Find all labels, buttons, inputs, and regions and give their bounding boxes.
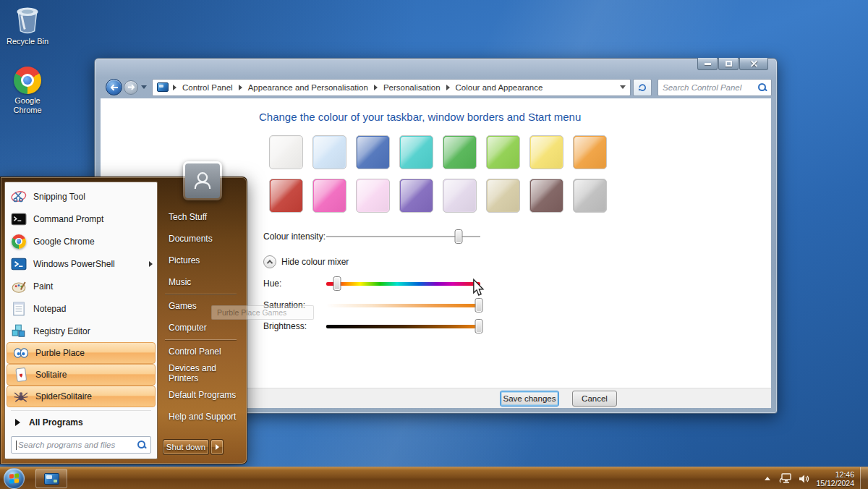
start-menu-item-label: Windows PowerShell <box>33 259 115 269</box>
start-menu-item-label: Command Prompt <box>33 214 103 224</box>
start-menu-item-computer[interactable]: Computer <box>158 317 244 339</box>
desktop-icon-label: Google Chrome <box>0 96 55 115</box>
colour-swatch-gray[interactable] <box>573 179 607 213</box>
hue-slider-thumb[interactable] <box>333 276 341 291</box>
start-menu-item-spidersolitaire[interactable]: SpiderSolitaire <box>7 386 156 407</box>
start-menu-item-notepad[interactable]: Notepad <box>5 297 157 320</box>
forward-arrow-icon <box>127 84 135 90</box>
search-icon <box>758 83 767 92</box>
hue-slider-track[interactable] <box>326 282 480 286</box>
minimize-button[interactable] <box>697 58 718 70</box>
window-caption-buttons <box>697 58 768 70</box>
breadcrumb-personalisation[interactable]: Personalisation <box>382 83 442 92</box>
show-hidden-icons-button[interactable] <box>765 477 770 480</box>
system-tray: 12:46 15/12/2024 <box>765 467 868 489</box>
start-button[interactable] <box>4 468 25 489</box>
colour-swatch-yellow[interactable] <box>529 135 563 169</box>
colour-swatch-tan[interactable] <box>486 179 520 213</box>
address-dropdown-chevron-icon[interactable] <box>620 85 626 89</box>
network-icon[interactable] <box>779 473 793 484</box>
all-programs-item[interactable]: All Programs <box>5 413 157 432</box>
chrome-icon <box>11 234 27 250</box>
start-menu-search-input[interactable] <box>18 441 135 449</box>
colour-swatch-pink[interactable] <box>312 179 346 213</box>
brightness-slider-thumb[interactable] <box>475 319 482 333</box>
start-menu-item-windows-powershell[interactable]: Windows PowerShell <box>5 252 157 275</box>
show-desktop-button[interactable] <box>860 467 868 489</box>
shut-down-button[interactable]: Shut down <box>163 439 209 455</box>
address-bar[interactable]: Control Panel Appearance and Personalisa… <box>152 79 631 96</box>
colour-swatch-red[interactable] <box>269 179 303 213</box>
breadcrumb-colour-and-appearance[interactable]: Colour and Appearance <box>454 83 545 92</box>
breadcrumb-appearance-personalisation[interactable]: Appearance and Personalisation <box>247 83 370 92</box>
start-menu-item-registry-editor[interactable]: Registry Editor <box>5 320 157 342</box>
colour-swatch-teal[interactable] <box>399 135 433 169</box>
user-avatar-icon <box>185 163 220 198</box>
desktop-background: Recycle Bin Google Chrome Control Panel <box>0 0 868 489</box>
paint-icon <box>11 278 27 294</box>
colour-swatch-pale-pink[interactable] <box>356 179 390 213</box>
start-menu-item-snipping-tool[interactable]: Snipping Tool <box>5 185 157 208</box>
start-menu-item-default-programs[interactable]: Default Programs <box>158 384 244 406</box>
close-button[interactable] <box>739 58 768 70</box>
start-menu-item-devices-and-printers[interactable]: Devices and Printers <box>158 362 244 384</box>
brightness-label: Brightness: <box>263 321 326 331</box>
colour-swatch-blue[interactable] <box>356 135 390 169</box>
hue-slider[interactable] <box>326 282 480 286</box>
brightness-slider-track[interactable] <box>326 325 480 328</box>
start-menu-item-label: Registry Editor <box>33 326 90 336</box>
saturation-slider-track[interactable] <box>326 304 480 307</box>
windows-logo-icon <box>9 473 19 483</box>
start-menu-item-tech-stuff[interactable]: Tech Stuff <box>158 206 244 228</box>
desktop-icon-google-chrome[interactable]: Google Chrome <box>0 67 55 115</box>
start-menu-item-pictures[interactable]: Pictures <box>158 250 244 271</box>
recent-pages-chevron-icon[interactable] <box>141 85 147 89</box>
start-menu-item-solitaire[interactable]: Solitaire <box>7 364 156 386</box>
colour-swatch-brown[interactable] <box>529 179 563 213</box>
close-icon <box>750 60 758 68</box>
start-menu-item-music[interactable]: Music <box>158 271 244 293</box>
volume-icon[interactable] <box>799 474 810 484</box>
desktop-icon-recycle-bin[interactable]: Recycle Bin <box>0 6 55 46</box>
start-menu-item-help-and-support[interactable]: Help and Support <box>158 406 244 428</box>
cancel-button[interactable]: Cancel <box>572 391 617 407</box>
start-menu-item-label: Paint <box>33 281 53 292</box>
start-menu-item-control-panel[interactable]: Control Panel <box>158 341 244 362</box>
control-panel-search-input[interactable] <box>663 83 755 92</box>
brightness-slider[interactable] <box>326 325 480 328</box>
refresh-button[interactable] <box>633 79 652 96</box>
colour-swatch-green[interactable] <box>443 135 477 169</box>
start-menu: Snipping Tool Command Prompt Google Chro… <box>0 177 247 464</box>
colour-swatch-orange[interactable] <box>573 135 607 169</box>
clock-date: 15/12/2024 <box>816 479 854 488</box>
colour-swatch-purple[interactable] <box>399 179 433 213</box>
colour-swatch-sky-blue[interactable] <box>312 135 346 169</box>
breadcrumb-control-panel[interactable]: Control Panel <box>181 83 234 92</box>
colour-intensity-slider[interactable] <box>326 236 480 237</box>
colour-swatch-white[interactable] <box>269 135 303 169</box>
maximize-button[interactable] <box>718 58 739 70</box>
colour-intensity-row: Colour intensity: <box>263 229 502 244</box>
save-changes-button[interactable]: Save changes <box>500 391 559 407</box>
forward-button[interactable] <box>124 80 138 95</box>
start-menu-item-purble-place[interactable]: Purble Place <box>7 342 156 364</box>
back-button[interactable] <box>106 79 122 95</box>
colour-swatch-lime[interactable] <box>486 135 520 169</box>
hue-label: Hue: <box>263 278 326 289</box>
control-panel-search-box[interactable] <box>658 79 772 96</box>
command-prompt-icon <box>11 211 27 227</box>
taskbar-clock[interactable]: 12:46 15/12/2024 <box>816 470 854 488</box>
saturation-slider-thumb[interactable] <box>475 298 482 312</box>
user-avatar[interactable] <box>183 161 222 200</box>
start-menu-item-command-prompt[interactable]: Command Prompt <box>5 208 157 230</box>
start-menu-item-paint[interactable]: Paint <box>5 275 157 297</box>
colour-intensity-slider-thumb[interactable] <box>455 229 463 244</box>
saturation-slider[interactable] <box>326 304 480 307</box>
hide-colour-mixer-toggle[interactable]: Hide colour mixer <box>263 255 349 268</box>
taskbar-button-colour-appearance[interactable] <box>35 469 67 488</box>
start-menu-search-box[interactable] <box>11 436 151 454</box>
colour-swatch-pale-purple[interactable] <box>443 179 477 213</box>
start-menu-item-google-chrome[interactable]: Google Chrome <box>5 230 157 252</box>
shut-down-options-button[interactable] <box>210 439 224 455</box>
start-menu-item-documents[interactable]: Documents <box>158 228 244 250</box>
